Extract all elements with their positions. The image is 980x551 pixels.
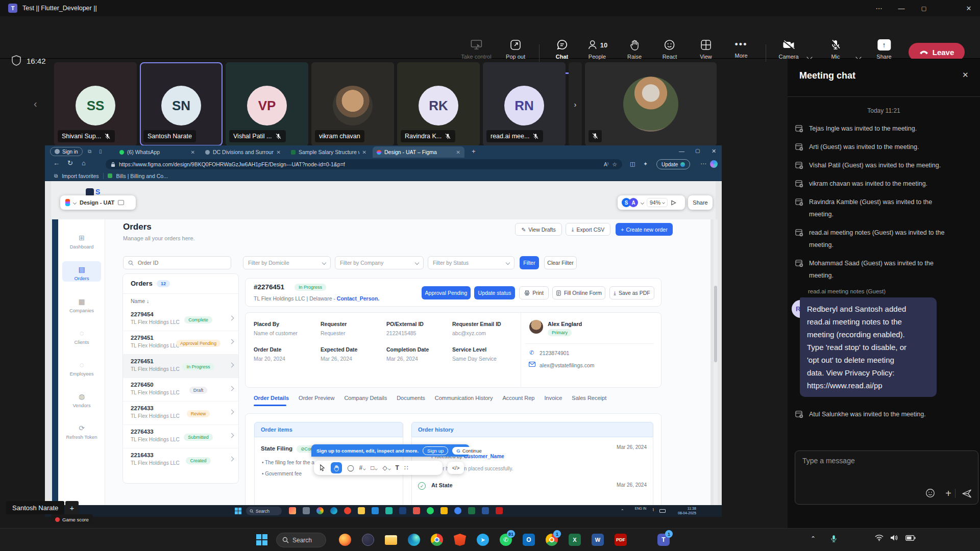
remote-search-box[interactable]: Search: [246, 507, 282, 515]
close-button[interactable]: ✕: [958, 0, 980, 16]
camera-off-button[interactable]: Camera: [778, 39, 798, 60]
taskbar-search-box[interactable]: Search: [276, 533, 326, 547]
remote-start-icon[interactable]: [235, 508, 241, 514]
participant-tile[interactable]: RN read.ai mee...: [483, 62, 566, 146]
shape-tool-icon[interactable]: □: [371, 464, 377, 471]
present-icon[interactable]: [671, 200, 676, 206]
favorite-star-icon[interactable]: ☆: [612, 161, 617, 168]
sidebar-item-clients[interactable]: ◌Clients: [58, 329, 105, 345]
filter-clear-button[interactable]: Clear Filter: [544, 256, 577, 269]
react-button[interactable]: React: [663, 39, 677, 60]
raise-hand-button[interactable]: Raise: [627, 39, 642, 60]
signup-button[interactable]: Sign up: [423, 446, 448, 455]
titlebar-more-icon[interactable]: ⋯: [868, 0, 890, 16]
hand-tool-icon-active[interactable]: [331, 462, 342, 473]
tab-actions-icon[interactable]: ▯: [99, 148, 102, 154]
tab-close-icon[interactable]: ✕: [191, 149, 195, 155]
taskbar-pdf-icon[interactable]: PDF: [612, 532, 629, 548]
browser-tab[interactable]: (6) WhatsApp✕: [115, 146, 199, 158]
tab-order-preview[interactable]: Order Preview: [299, 395, 334, 401]
maximize-button[interactable]: ▢: [913, 0, 935, 16]
people-button[interactable]: 10 People: [587, 39, 607, 60]
pop-out-button[interactable]: Pop out: [506, 39, 525, 60]
tab-sales-receipt[interactable]: Sales Receipt: [572, 395, 606, 401]
taskbar-outlook-icon[interactable]: O: [521, 532, 537, 548]
attach-plus-icon[interactable]: +: [945, 488, 951, 499]
dev-mode-toggle[interactable]: </>: [448, 462, 464, 474]
avatars-chevron-icon[interactable]: [641, 201, 644, 204]
sidebar-item-refresh-token[interactable]: ⟳Refresh Token: [58, 424, 105, 440]
browser-maximize-icon[interactable]: ▢: [695, 148, 700, 154]
home-icon[interactable]: ⌂: [82, 159, 86, 167]
new-tab-icon[interactable]: +: [472, 147, 476, 155]
url-field[interactable]: https://www.figma.com/design/9BKQ0FOHRWa…: [106, 159, 622, 169]
remote-app-icon[interactable]: [454, 507, 461, 514]
tab-account-rep[interactable]: Account Rep: [503, 395, 535, 401]
order-row[interactable]: 2279454TL Flex Holdings LLC Complete: [123, 308, 238, 331]
order-row[interactable]: 2276450TL Flex Holdings LLC Draft: [123, 378, 238, 402]
remote-app-icon[interactable]: [482, 507, 489, 514]
update-status-button[interactable]: Update status: [474, 286, 515, 299]
order-id-input[interactable]: [137, 259, 218, 266]
column-header[interactable]: Name ↓: [131, 298, 149, 304]
chat-input-box[interactable]: +: [795, 450, 978, 505]
scrollbar-track[interactable]: [714, 219, 718, 505]
chat-button[interactable]: Chat: [556, 39, 568, 60]
taskbar-word-icon[interactable]: W: [590, 532, 606, 548]
tray-mic-in-use-icon[interactable]: [830, 534, 838, 543]
order-row-selected[interactable]: 2276451TL Flex Holdings LLC In Progress: [123, 355, 238, 378]
back-icon[interactable]: ←: [53, 159, 60, 167]
tray-volume-icon[interactable]: [890, 534, 898, 541]
browser-tab[interactable]: Sample Salary Structure with calc✕: [287, 146, 371, 158]
google-continue-button[interactable]: GContinue: [452, 447, 485, 455]
lasso-tool-icon[interactable]: ◯: [347, 464, 354, 471]
share-button[interactable]: ↑ Share: [876, 39, 891, 60]
remote-app-icon[interactable]: [372, 507, 379, 514]
mic-off-button[interactable]: Mic: [830, 39, 841, 60]
start-button[interactable]: [254, 532, 270, 548]
collaborator-avatar[interactable]: A: [629, 198, 638, 207]
remote-app-icon[interactable]: [440, 507, 448, 514]
remote-app-icon[interactable]: [289, 507, 296, 514]
scrollbar-thumb[interactable]: [714, 286, 717, 362]
customer-name-link[interactable]: Customer_Name: [463, 454, 504, 459]
workspaces-icon[interactable]: ⧉: [88, 148, 91, 155]
text-tool-icon[interactable]: T: [396, 464, 399, 471]
tiles-scroll-left-icon[interactable]: ‹: [34, 98, 37, 110]
remote-app-icon[interactable]: [344, 507, 351, 514]
participant-tile-active-speaker[interactable]: SN Santosh Narate: [140, 62, 223, 146]
game-bar-widget[interactable]: Game score: [51, 514, 93, 524]
print-button[interactable]: Print: [519, 286, 549, 299]
order-row[interactable]: 2276433TL Flex Holdings LLC Submitted: [123, 425, 238, 448]
measure-tool-icon[interactable]: ∷: [404, 464, 408, 471]
tray-wifi-icon[interactable]: [875, 534, 884, 541]
remote-app-icon[interactable]: [496, 507, 503, 514]
tray-chevron-icon[interactable]: ⌃: [811, 535, 816, 542]
zoom-level-control[interactable]: 94%: [647, 198, 668, 207]
taskbar-excel-icon[interactable]: X: [567, 532, 583, 548]
presenter-expand-icon[interactable]: +: [65, 501, 79, 514]
approval-pending-button[interactable]: Approval Pending: [422, 286, 471, 299]
participant-tile[interactable]: RK Ravindra K...: [397, 62, 480, 146]
remote-app-icon[interactable]: [427, 507, 434, 514]
minimize-button[interactable]: —: [890, 0, 913, 16]
participant-tile[interactable]: SS Shivani Sup...: [54, 62, 137, 146]
taskbar-chrome-profile-icon[interactable]: 1: [544, 532, 560, 548]
taskbar-telegram-icon[interactable]: ➤: [475, 532, 491, 548]
tab-invoice[interactable]: Invoice: [544, 395, 562, 401]
contact-person-link[interactable]: Contact_Person.: [337, 295, 379, 302]
chat-message-input[interactable]: [801, 456, 965, 465]
remote-app-icon[interactable]: [468, 507, 475, 514]
tab-order-details[interactable]: Order Details: [254, 395, 289, 401]
browser-minimize-icon[interactable]: —: [679, 148, 684, 154]
browser-signin-button[interactable]: Sign in: [50, 147, 83, 156]
read-aloud-icon[interactable]: A⁾: [604, 162, 608, 167]
bookmark-label[interactable]: Bills | Billing and Co...: [116, 173, 168, 179]
taskbar-whatsapp-icon[interactable]: ✆ 81: [498, 532, 514, 548]
filter-status-select[interactable]: Filter by Status: [428, 256, 514, 269]
save-as-pdf-button[interactable]: ⤓Save as PDF: [609, 286, 654, 299]
tab-documents[interactable]: Documents: [397, 395, 425, 401]
filter-apply-button[interactable]: Filter: [520, 256, 539, 269]
taskbar-chrome-icon[interactable]: [429, 532, 445, 548]
taskbar-brave-icon[interactable]: [452, 532, 468, 548]
